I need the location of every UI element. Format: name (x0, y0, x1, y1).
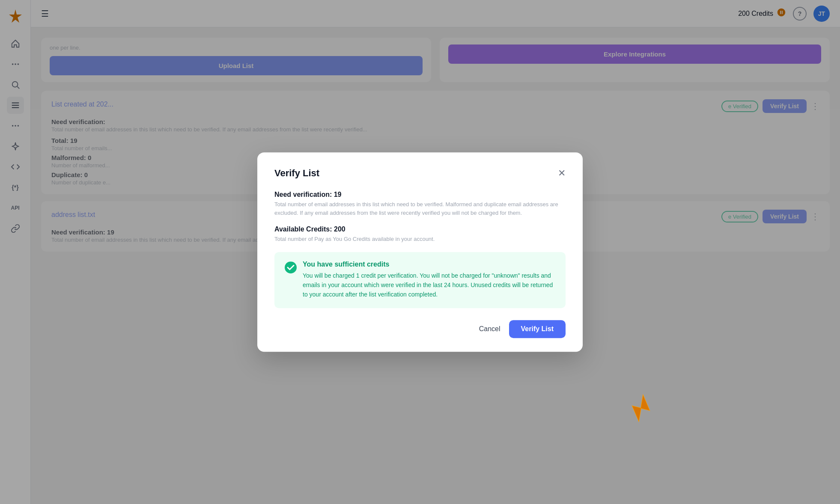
verify-list-button[interactable]: Verify List (509, 320, 566, 338)
need-verification-label: Need verification: 19 (274, 191, 566, 199)
success-content: You have sufficient credits You will be … (303, 261, 555, 299)
modal-header: Verify List ✕ (274, 168, 566, 179)
success-title: You have sufficient credits (303, 261, 555, 268)
success-check-icon (285, 261, 297, 276)
ac-value: 200 (334, 225, 346, 233)
cancel-button[interactable]: Cancel (479, 325, 500, 333)
available-credits-field: Available Credits: 200 Total number of P… (274, 225, 566, 243)
nv-label-text: Need verification: (274, 191, 332, 198)
ac-label-text: Available Credits: (274, 225, 332, 233)
modal-footer: Cancel Verify List (274, 320, 566, 338)
modal-title: Verify List (274, 168, 319, 179)
sufficient-credits-box: You have sufficient credits You will be … (274, 252, 566, 308)
modal-close-button[interactable]: ✕ (558, 169, 566, 178)
available-credits-label: Available Credits: 200 (274, 225, 566, 233)
nv-value: 19 (334, 191, 342, 198)
success-text: You will be charged 1 credit per verific… (303, 271, 555, 299)
available-credits-desc: Total number of Pay as You Go Credits av… (274, 235, 566, 243)
verify-list-modal: Verify List ✕ Need verification: 19 Tota… (257, 152, 583, 352)
need-verification-desc: Total number of email addresses in this … (274, 200, 566, 217)
need-verification-field: Need verification: 19 Total number of em… (274, 191, 566, 217)
svg-point-11 (285, 261, 297, 273)
arrow-pointer (617, 387, 656, 427)
